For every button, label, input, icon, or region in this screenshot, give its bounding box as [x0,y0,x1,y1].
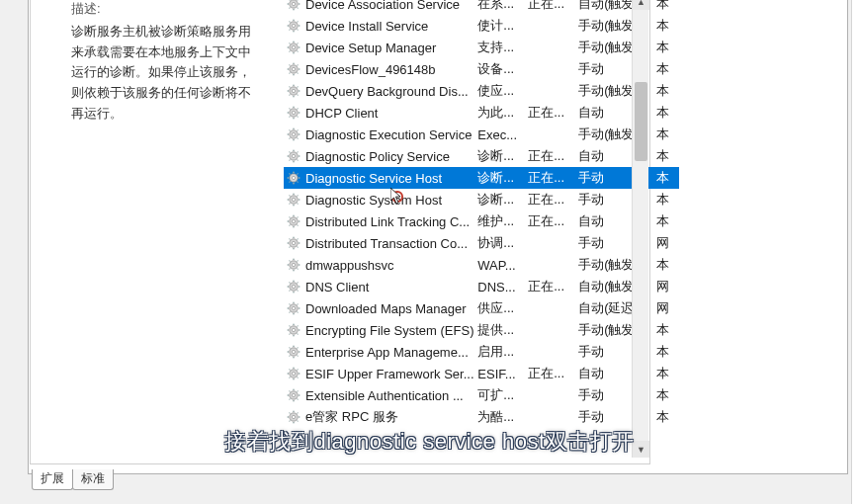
service-name: ESIF Upper Framework Ser... [305,367,477,381]
view-tabs: 扩展 标准 [32,469,113,490]
service-logon: 本 [656,408,680,426]
gear-icon [286,366,301,381]
service-desc: 使应... [477,82,528,100]
gear-icon [286,18,301,34]
scroll-up-button[interactable]: ▲ [633,0,649,10]
svg-point-17 [292,176,295,179]
service-status: 正在... [528,104,578,122]
service-logon: 本 [656,343,680,361]
service-logon: 本 [656,321,680,339]
service-logon: 本 [656,147,680,165]
service-logon: 本 [656,386,680,404]
svg-point-29 [292,306,295,309]
gear-icon [286,344,301,360]
service-status: 正在... [528,0,578,13]
svg-point-19 [292,198,295,201]
service-name: Distributed Link Tracking C... [305,214,477,229]
svg-point-13 [292,132,295,135]
description-label: 描述: [71,0,257,20]
service-name: DHCP Client [305,106,477,121]
service-name: Enterprise App Manageme... [305,345,477,360]
svg-point-25 [292,263,295,266]
service-row[interactable]: Diagnostic Service Host诊断...正在...手动本 [284,167,679,189]
svg-point-39 [292,415,295,418]
svg-point-15 [292,154,295,157]
service-name: DNS Client [305,280,477,294]
services-list[interactable]: Device Association Service在系...正在...自动(触… [284,0,679,458]
gear-icon [286,40,301,55]
service-row[interactable]: Device Setup Manager支持...手动(触发...本 [284,37,679,58]
service-row[interactable]: DevQuery Background Dis...使应...手动(触发...本 [284,80,679,102]
service-desc: 协调... [477,234,528,252]
svg-point-7 [292,67,295,70]
tab-extended[interactable]: 扩展 [32,469,73,490]
service-row[interactable]: DevicesFlow_496148b设备...手动本 [284,58,679,80]
service-row[interactable]: Device Association Service在系...正在...自动(触… [284,0,679,15]
service-name: Encrypting File System (EFS) [305,323,477,338]
gear-icon [286,105,301,121]
svg-point-35 [292,372,295,375]
gear-icon [286,409,301,425]
service-name: Device Setup Manager [305,41,477,55]
gear-icon [286,279,301,294]
service-desc: 启用... [477,343,528,361]
service-logon: 网 [656,234,680,252]
description-text: 诊断服务主机被诊断策略服务用来承载需要在本地服务上下文中运行的诊断。如果停止该服… [71,22,257,125]
service-desc: 诊断... [477,169,528,187]
service-name: Diagnostic System Host [305,193,477,208]
scroll-down-button[interactable]: ▼ [633,441,649,458]
service-logon: 本 [656,256,680,274]
service-desc: 可扩... [477,386,528,404]
svg-point-37 [292,393,295,396]
service-desc: 提供... [477,321,528,339]
service-name: Device Association Service [305,0,477,12]
services-list-frame: 描述: 诊断服务主机被诊断策略服务用来承载需要在本地服务上下文中运行的诊断。如果… [30,0,650,464]
svg-point-23 [292,241,295,244]
scroll-thumb[interactable] [635,82,647,161]
gear-icon [286,192,301,208]
service-row[interactable]: Encrypting File System (EFS)提供...手动(触发..… [284,319,679,341]
service-logon: 网 [656,299,680,317]
service-name: Device Install Service [305,19,477,34]
service-logon: 本 [656,169,680,187]
svg-point-3 [292,24,295,27]
service-logon: 本 [656,191,680,209]
service-row[interactable]: Downloaded Maps Manager供应...自动(延迟...网 [284,297,679,319]
service-row[interactable]: Distributed Link Tracking C...维护...正在...… [284,210,679,232]
service-name: Diagnostic Service Host [305,171,477,186]
service-desc: 设备... [477,60,528,78]
service-desc: 为酷... [477,408,528,426]
vertical-scrollbar[interactable]: ▲ ▼ [632,0,648,458]
service-status: 正在... [528,191,578,209]
service-logon: 本 [656,0,680,13]
service-desc: 在系... [477,0,528,13]
service-row[interactable]: Diagnostic System Host诊断...正在...手动本 [284,189,679,210]
service-row[interactable]: e管家 RPC 服务为酷...手动本 [284,406,679,428]
service-name: e管家 RPC 服务 [305,408,477,426]
tab-standard[interactable]: 标准 [72,469,114,490]
service-row[interactable]: Diagnostic Execution ServiceExec...手动(触发… [284,124,679,145]
service-name: Extensible Authentication ... [305,388,477,403]
service-row[interactable]: Extensible Authentication ...可扩...手动本 [284,384,679,406]
svg-point-1 [292,2,295,5]
service-row[interactable]: DNS ClientDNS...正在...自动(触发...网 [284,276,679,297]
service-logon: 网 [656,278,680,295]
service-desc: 使计... [477,17,528,35]
service-logon: 本 [656,126,680,143]
service-logon: 本 [656,104,680,122]
service-row[interactable]: Device Install Service使计...手动(触发...本 [284,15,679,37]
svg-point-9 [292,89,295,92]
service-row[interactable]: dmwappushsvcWAP...手动(触发...本 [284,254,679,276]
service-row[interactable]: Diagnostic Policy Service诊断...正在...自动本 [284,145,679,167]
svg-point-11 [292,111,295,114]
service-status: 正在... [528,212,578,230]
service-row[interactable]: Enterprise App Manageme...启用...手动本 [284,341,679,363]
service-row[interactable]: ESIF Upper Framework Ser...ESIF...正在...自… [284,363,679,384]
service-logon: 本 [656,39,680,56]
service-row[interactable]: Distributed Transaction Co...协调...手动网 [284,232,679,254]
service-name: DevQuery Background Dis... [305,84,477,99]
service-desc: Exec... [477,127,528,142]
service-description-pane: 描述: 诊断服务主机被诊断策略服务用来承载需要在本地服务上下文中运行的诊断。如果… [65,0,263,128]
service-row[interactable]: DHCP Client为此...正在...自动本 [284,102,679,124]
gear-icon [286,126,301,142]
